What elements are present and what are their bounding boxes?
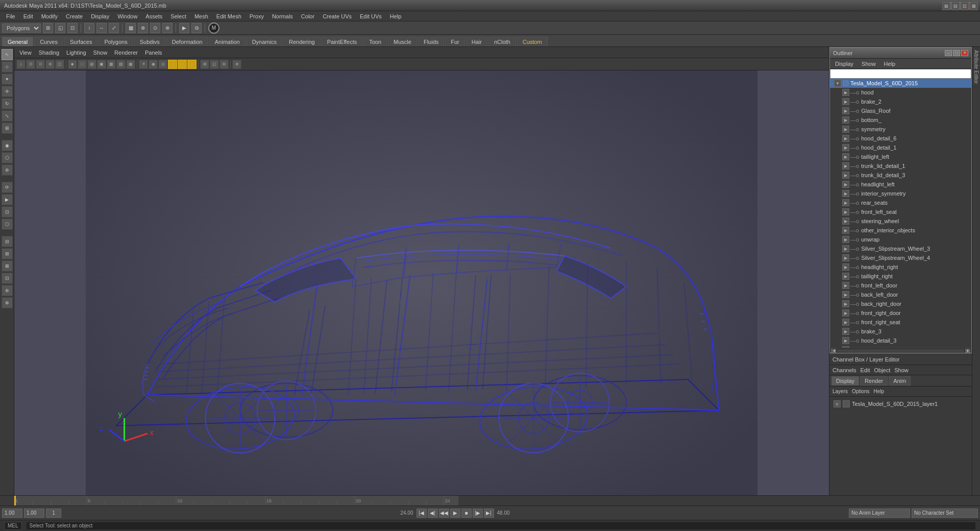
tab-general[interactable]: General [2,37,33,46]
list-item[interactable]: ▶ —o Glass_Roof [830,106,971,115]
expand-icon[interactable]: ▶ [842,236,849,243]
vi-shading-2[interactable]: □ [78,60,87,69]
expand-icon[interactable]: ▶ [842,208,849,215]
vi-shading-4[interactable]: ▣ [97,60,106,69]
tab-custom[interactable]: Custom [517,37,548,46]
scroll-track[interactable] [837,349,964,352]
move-tool-button[interactable]: ✛ [2,86,13,97]
tab-render[interactable]: Render [860,376,888,385]
toolbar-btn-3[interactable]: ⊡ [67,23,78,33]
expand-icon[interactable]: ▶ [842,328,849,335]
menu-item-select[interactable]: Select [166,12,190,20]
paint-tool-button[interactable]: ✦ [2,74,13,85]
tab-rendering[interactable]: Rendering [283,37,321,46]
menu-item-help[interactable]: Help [386,12,406,20]
anim-layer-selector[interactable]: No Anim Layer [849,509,910,518]
cb-icon-4[interactable]: ⊠ [970,2,978,10]
expand-icon[interactable]: ▶ [842,126,849,133]
tab-surfaces[interactable]: Surfaces [64,37,97,46]
expand-icon[interactable]: ▶ [842,172,849,179]
list-item[interactable]: ▶ —o headlight_left [830,180,971,189]
expand-icon[interactable]: ▶ [842,144,849,151]
view-menu[interactable]: View [16,49,35,56]
expand-icon[interactable]: ▶ [842,153,849,160]
show-menu[interactable]: Show [90,49,111,56]
shelf-btn-4[interactable]: ⊡ [2,273,13,284]
vi-light-3[interactable]: ◎ [158,60,167,69]
character-set-selector[interactable]: No Character Set [912,509,978,518]
list-item[interactable]: ▶ —o back_right_door [830,299,971,308]
subtab-layers[interactable]: Layers [832,389,848,394]
list-item[interactable]: ▶ —o symmetry [830,125,971,134]
list-item[interactable]: ▶ —o headlight_right [830,262,971,272]
renderer-menu[interactable]: Renderer [111,49,141,56]
play-back-button[interactable]: ◀◀ [439,509,449,518]
go-end-button[interactable]: ▶| [484,509,494,518]
menu-item-create[interactable]: Create [62,12,87,20]
toolbar-btn-render-2[interactable]: ⧉ [191,23,202,33]
vi-shading-6[interactable]: ▨ [116,60,126,69]
stop-button[interactable]: ■ [461,509,472,518]
list-item[interactable]: ▶ —o hood_detail_6 [830,134,971,143]
cb-show-menu[interactable]: Show [894,367,909,373]
timeline-ruler[interactable]: 1 5 10 15 20 [0,495,980,505]
vi-btn-2[interactable]: ⊡ [26,60,35,69]
expand-icon[interactable]: ▼ [834,80,841,87]
tab-painteffects[interactable]: PaintEffects [322,37,363,46]
cb-channels-menu[interactable]: Channels [832,367,856,373]
list-item[interactable]: ▶ —o trunk_lid_detail_1 [830,161,971,171]
lasso-tool-button[interactable]: ⊹ [2,61,13,73]
vi-camera-2[interactable]: ◱ [210,60,219,69]
toolbar-btn-snap-1[interactable]: ▦ [126,23,136,33]
expand-icon[interactable]: ▶ [842,98,849,105]
vi-light-1[interactable]: ☀ [139,60,148,69]
tab-subdivs[interactable]: Subdivs [134,37,165,46]
outliner-search-input[interactable] [830,69,971,79]
vi-btn-5[interactable]: ◫ [55,60,64,69]
shading-menu[interactable]: Shading [36,49,62,56]
list-item[interactable]: ▶ —o interior_symmetry [830,189,971,198]
toolbar-btn-6[interactable]: ⤢ [109,23,119,33]
cb-icon-3[interactable]: ⊡ [961,2,969,10]
expand-icon[interactable]: ▶ [842,263,849,271]
tab-fur[interactable]: Fur [445,37,465,46]
expand-icon[interactable]: ▶ [842,227,849,234]
menu-item-create uvs[interactable]: Create UVs [318,12,356,20]
step-frame-input[interactable] [24,509,44,518]
vi-light-4[interactable]: ○ [168,60,177,69]
panels-menu[interactable]: Panels [142,49,165,56]
list-item[interactable]: ▶ —o front_left_seat [830,207,971,216]
cb-icon-1[interactable]: ⊞ [942,2,950,10]
play-button[interactable]: ▶ [450,509,460,518]
tab-polygons[interactable]: Polygons [99,37,133,46]
tab-anim[interactable]: Anim [889,376,911,385]
shelf-btn-6[interactable]: ⊕ [2,297,13,308]
menu-item-assets[interactable]: Assets [141,12,166,20]
vi-shading-3[interactable]: ▤ [87,60,96,69]
tab-dynamics[interactable]: Dynamics [247,37,282,46]
transform-tool-button[interactable]: ⊞ [2,123,13,134]
list-item[interactable]: ▶ —o Silver_Slipstream_Wheel_3 [830,244,971,253]
tab-toon[interactable]: Toon [363,37,387,46]
menu-item-edit[interactable]: Edit [19,12,37,20]
expand-icon[interactable]: ▶ [842,107,849,114]
tab-fluids[interactable]: Fluids [418,37,444,46]
cb-icon-2[interactable]: ⊟ [951,2,960,10]
soft-select-button[interactable]: ◉ [2,140,13,151]
list-item[interactable]: ▶ —o other_interior_objects [830,226,971,235]
step-back-button[interactable]: ◀| [428,509,438,518]
tab-muscle[interactable]: Muscle [388,37,417,46]
outliner-close-button[interactable]: ✕ [961,50,968,56]
shelf-btn-1[interactable]: ⊟ [2,236,13,247]
status-text-area[interactable]: Select Tool: select an object [26,522,976,530]
scroll-left-button[interactable]: ◀ [831,349,836,353]
scale-tool-button[interactable]: ⤡ [2,110,13,122]
outliner-horizontal-scrollbar[interactable]: ◀ ▶ [830,348,971,353]
list-item[interactable]: ▶ —o hood [830,88,971,97]
list-item[interactable]: ▶ —o back_left_door [830,290,971,299]
vi-camera-1[interactable]: ⊞ [200,60,209,69]
attribute-editor-tab[interactable]: Attribute Editor [972,47,980,87]
list-item[interactable]: ▶ —o rear_seats [830,198,971,207]
layer-reference-toggle[interactable] [843,400,850,407]
subtab-help[interactable]: Help [873,389,884,394]
